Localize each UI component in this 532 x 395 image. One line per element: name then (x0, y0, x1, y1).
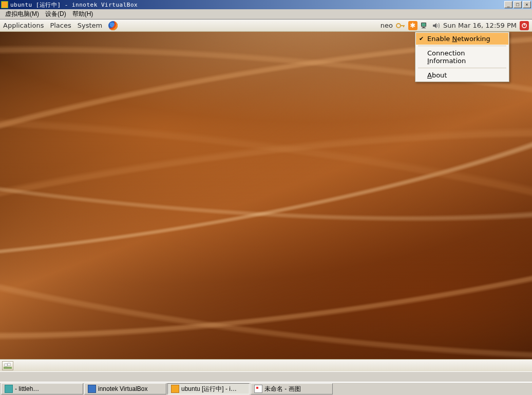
power-icon[interactable] (520, 21, 529, 30)
svg-rect-10 (5, 364, 7, 366)
show-desktop-button[interactable] (2, 361, 13, 370)
app-icon (5, 385, 13, 393)
menu-about[interactable]: About (416, 69, 508, 81)
menu-connection-info[interactable]: Connection Information (416, 47, 508, 67)
vbox-menubar: 虚拟电脑(M) 设备(D) 帮助(H) (0, 9, 532, 19)
taskbar-item-active[interactable]: ubuntu [运行中] - i… (167, 383, 250, 394)
gnome-top-panel: Applications Places System neo ✱ Sun Mar… (0, 19, 532, 32)
vbox-app-icon (1, 1, 8, 8)
host-taskbar: - littleh… innotek VirtualBox ubuntu [运行… (0, 382, 532, 395)
virtualbox-window: ubuntu [运行中] - innotek VirtualBox _ □ × … (0, 0, 532, 395)
vbox-menu-machine[interactable]: 虚拟电脑(M) (3, 9, 41, 19)
svg-rect-2 (403, 25, 404, 27)
vbox-menu-devices[interactable]: 设备(D) (43, 9, 68, 19)
network-manager-icon[interactable] (421, 22, 429, 29)
guest-display: Applications Places System neo ✱ Sun Mar… (0, 19, 532, 371)
taskbar-item-label: 未命名 - 画图 (264, 385, 301, 393)
svg-point-0 (396, 24, 401, 28)
svg-rect-6 (422, 28, 426, 28)
places-menu[interactable]: Places (50, 22, 71, 29)
window-controls: _ □ × (504, 1, 531, 8)
update-notifier-icon[interactable]: ✱ (408, 21, 417, 30)
clock[interactable]: Sun Mar 16, 12:59 PM (443, 22, 517, 29)
user-name[interactable]: neo (381, 22, 393, 29)
vbox-window-title: ubuntu [运行中] - innotek VirtualBox (10, 1, 504, 9)
vbox-statusbar (0, 371, 532, 382)
system-menu[interactable]: System (78, 22, 102, 29)
taskbar-item-label: - littleh… (15, 385, 39, 392)
menu-separator (418, 68, 506, 68)
checkmark-icon: ✔ (419, 35, 424, 42)
svg-rect-5 (423, 27, 425, 28)
virtualbox-icon (88, 385, 96, 393)
maximize-button[interactable]: □ (514, 1, 522, 8)
svg-rect-9 (4, 367, 12, 369)
taskbar-item[interactable]: innotek VirtualBox (84, 383, 166, 394)
firefox-icon[interactable] (108, 21, 118, 30)
mspaint-icon (254, 385, 262, 393)
gnome-bottom-panel (0, 359, 532, 371)
taskbar-item[interactable]: - littleh… (1, 383, 83, 394)
menu-separator (418, 46, 506, 46)
vbox-titlebar: ubuntu [运行中] - innotek VirtualBox _ □ × (0, 0, 532, 9)
network-manager-menu: ✔ Enable Networking Connection Informati… (415, 32, 509, 82)
taskbar-item-label: innotek VirtualBox (98, 385, 148, 392)
svg-rect-4 (422, 23, 426, 26)
menu-enable-networking[interactable]: ✔ Enable Networking (416, 33, 508, 45)
keychain-icon[interactable] (396, 23, 405, 29)
taskbar-item-label: ubuntu [运行中] - i… (181, 385, 237, 393)
minimize-button[interactable]: _ (504, 1, 512, 8)
applications-menu[interactable]: Applications (3, 22, 44, 29)
taskbar-item[interactable]: 未命名 - 画图 (251, 383, 333, 394)
vbox-menu-help[interactable]: 帮助(H) (70, 9, 96, 19)
volume-icon[interactable] (432, 22, 440, 29)
close-button[interactable]: × (523, 1, 531, 8)
ubuntu-icon (171, 385, 179, 393)
svg-rect-11 (8, 363, 10, 366)
